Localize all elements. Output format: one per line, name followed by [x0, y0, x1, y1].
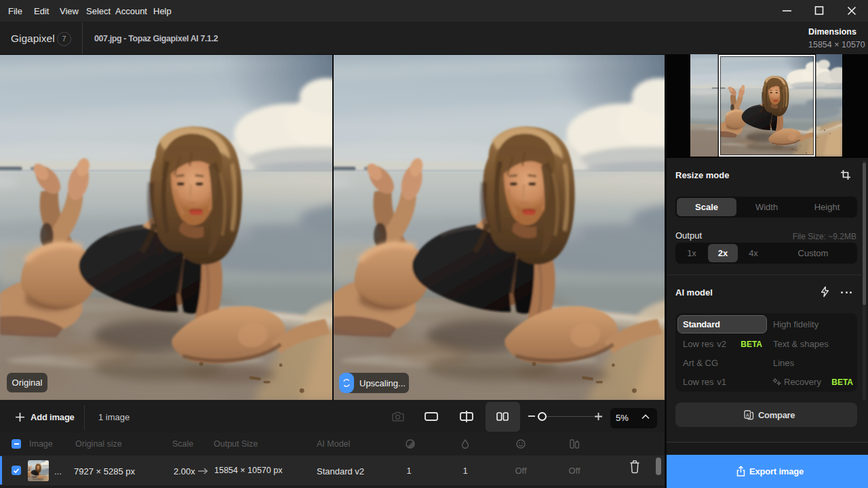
svg-text:A: A [746, 413, 749, 418]
